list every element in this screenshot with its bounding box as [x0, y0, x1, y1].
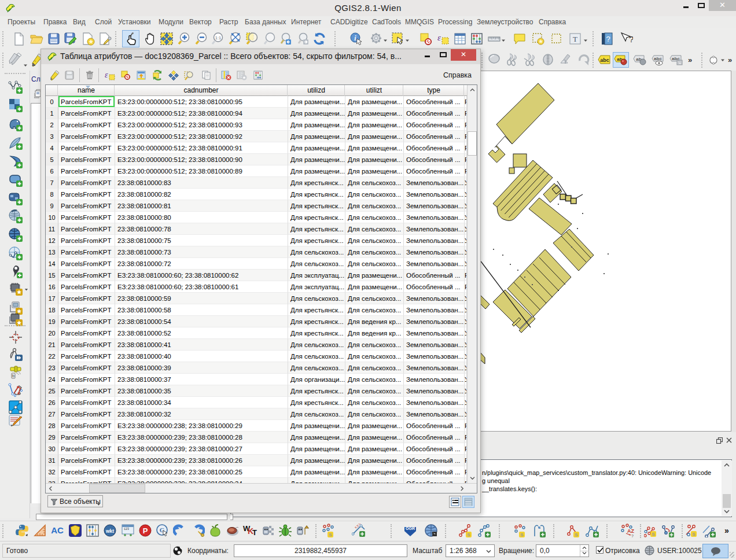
svg-text:S: S [575, 532, 578, 537]
svg-text:b: b [12, 374, 14, 378]
svg-text:S: S [467, 532, 470, 537]
svg-text:AZ: AZ [627, 528, 634, 534]
svg-text:OGR: OGR [406, 526, 415, 530]
svg-text:abc: abc [654, 56, 662, 61]
svg-text:S: S [329, 532, 332, 537]
svg-text:ε: ε [437, 33, 441, 42]
svg-text:T: T [573, 35, 577, 43]
svg-text:wkt: wkt [105, 528, 114, 534]
svg-text:123: 123 [124, 528, 129, 531]
svg-text:S: S [652, 532, 655, 537]
svg-text:?: ? [629, 34, 633, 44]
svg-text:S: S [520, 532, 524, 537]
svg-text:abc: abc [600, 57, 609, 63]
svg-text:?: ? [631, 534, 634, 537]
svg-text:?: ? [606, 35, 610, 43]
svg-text:1:1: 1:1 [215, 35, 221, 40]
svg-text:P: P [143, 526, 148, 535]
svg-text:S: S [692, 532, 695, 537]
svg-text:ε: ε [105, 71, 108, 79]
